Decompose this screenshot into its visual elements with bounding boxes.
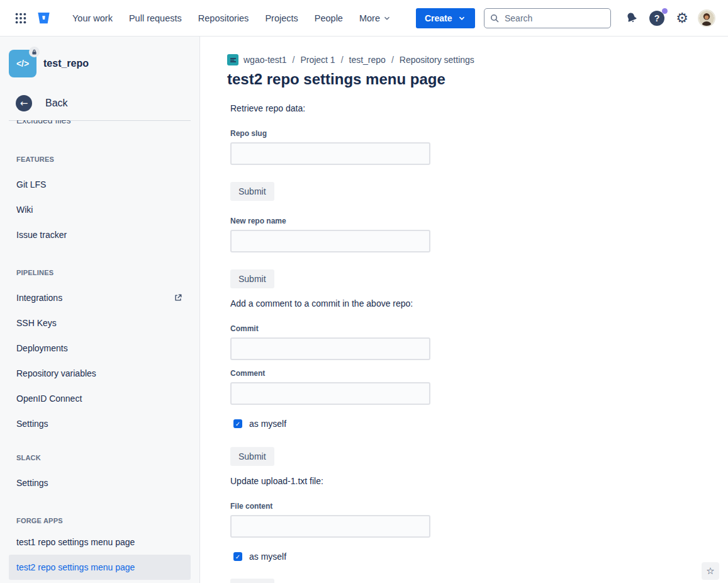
sidebar-item-ssh-keys[interactable]: SSH Keys [9, 310, 191, 336]
checkbox-checked-icon[interactable]: ✓ [233, 552, 242, 561]
breadcrumb-repo[interactable]: test_repo [349, 55, 386, 65]
help-button[interactable]: ? [647, 9, 666, 28]
file-content-submit-button[interactable]: Submit [230, 579, 274, 583]
chevron-down-icon [457, 14, 466, 23]
nav-your-work[interactable]: Your work [64, 9, 121, 27]
chevron-down-icon [383, 14, 391, 23]
sidebar-item-label: OpenID Connect [16, 393, 82, 404]
favorite-star-button[interactable]: ☆ [702, 562, 719, 580]
page-title: test2 repo settings menu page [227, 70, 703, 89]
topbar-action-icons: ? ⚙ [616, 9, 715, 28]
nav-projects[interactable]: Projects [257, 9, 306, 27]
main-content: wgao-test1 / Project 1 / test_repo / Rep… [201, 37, 728, 583]
update-file-intro-text: Update upload-1.txt file: [230, 475, 703, 487]
app-switcher-icon[interactable] [11, 9, 30, 28]
as-myself-checkbox-row[interactable]: ✓ as myself [233, 419, 703, 429]
commit-input[interactable] [230, 337, 430, 360]
breadcrumb-separator: / [292, 55, 294, 65]
sidebar-item-excluded-files[interactable]: Excluded files [9, 120, 191, 127]
sidebar-item-openid-connect[interactable]: OpenID Connect [9, 386, 191, 411]
sidebar-item-label: test1 repo settings menu page [16, 537, 135, 547]
breadcrumb-repository-settings[interactable]: Repository settings [400, 55, 474, 65]
sidebar-item-label: Deployments [16, 343, 68, 353]
star-icon: ☆ [706, 567, 714, 576]
back-label: Back [45, 98, 68, 109]
sidebar-item-label: Settings [16, 478, 48, 488]
sidebar-item-label: SSH Keys [16, 318, 57, 328]
as-myself-label: as myself [249, 552, 286, 562]
breadcrumb-project[interactable]: Project 1 [300, 55, 335, 65]
sidebar-item-integrations[interactable]: Integrations [9, 285, 191, 310]
back-arrow-icon: ← [16, 95, 32, 111]
search-input[interactable] [484, 8, 611, 28]
nav-people[interactable]: People [306, 9, 351, 27]
comment-input[interactable] [230, 382, 430, 405]
notifications-bell-icon[interactable] [622, 9, 641, 28]
sidebar-item-slack-settings[interactable]: Settings [9, 470, 191, 495]
nav-pull-requests[interactable]: Pull requests [121, 9, 190, 27]
repo-avatar: </> [9, 50, 36, 77]
checkbox-checked-icon[interactable]: ✓ [233, 419, 242, 428]
sidebar-item-label: Wiki [16, 205, 33, 215]
breadcrumb-workspace[interactable]: wgao-test1 [244, 55, 286, 65]
create-button-label: Create [425, 13, 452, 23]
sidebar-item-label: test2 repo settings menu page [16, 562, 135, 572]
notification-dot [662, 8, 668, 14]
sidebar-nav: FEATURES Git LFS Wiki Issue tracker PIPE… [0, 156, 199, 580]
breadcrumb: wgao-test1 / Project 1 / test_repo / Rep… [227, 54, 703, 66]
sidebar-item-wiki[interactable]: Wiki [9, 197, 191, 222]
sidebar-item-test1-repo-settings[interactable]: test1 repo settings menu page [9, 529, 191, 555]
sidebar-item-label: Integrations [16, 293, 62, 303]
repo-slug-input[interactable] [230, 142, 430, 165]
lock-icon [29, 47, 40, 57]
create-button[interactable]: Create [416, 8, 475, 28]
nav-repositories[interactable]: Repositories [190, 9, 257, 27]
new-repo-name-label: New repo name [230, 217, 703, 225]
primary-nav: Your work Pull requests Repositories Pro… [64, 9, 400, 27]
sidebar-item-pipelines-settings[interactable]: Settings [9, 411, 191, 436]
comment-label: Comment [230, 369, 703, 378]
code-icon: </> [16, 59, 29, 69]
section-heading-pipelines: PIPELINES [0, 269, 199, 276]
section-heading-features: FEATURES [0, 156, 199, 163]
breadcrumb-separator: / [341, 55, 344, 65]
settings-gear-icon[interactable]: ⚙ [673, 9, 692, 28]
repo-slug-submit-button[interactable]: Submit [230, 182, 274, 201]
as-myself-label: as myself [249, 419, 286, 429]
section-heading-forge-apps: FORGE APPS [0, 517, 199, 524]
repo-name: test_repo [43, 58, 89, 69]
add-comment-intro-text: Add a comment to a commit in the above r… [230, 298, 703, 309]
sidebar-item-repository-variables[interactable]: Repository variables [9, 361, 191, 386]
new-repo-name-submit-button[interactable]: Submit [230, 269, 274, 288]
as-myself-checkbox-row[interactable]: ✓ as myself [233, 552, 703, 562]
repo-sidebar: </> test_repo ← Back Excluded files FEAT… [0, 37, 200, 583]
top-navigation-bar: Your work Pull requests Repositories Pro… [0, 0, 728, 37]
section-heading-slack: SLACK [0, 454, 199, 461]
breadcrumb-separator: / [391, 55, 394, 65]
profile-avatar[interactable] [698, 9, 715, 27]
search-box [484, 8, 611, 28]
external-link-icon [174, 293, 182, 302]
workspace-avatar-icon [227, 54, 238, 65]
sidebar-item-label: Excluded files [16, 120, 70, 125]
nav-more-label: More [359, 13, 380, 23]
bitbucket-logo-icon[interactable] [34, 9, 53, 28]
comment-submit-button[interactable]: Submit [230, 447, 274, 466]
sidebar-item-git-lfs[interactable]: Git LFS [9, 172, 191, 197]
file-content-input[interactable] [230, 515, 430, 538]
back-button[interactable]: ← Back [16, 95, 199, 111]
nav-more[interactable]: More [351, 9, 400, 27]
sidebar-item-deployments[interactable]: Deployments [9, 336, 191, 361]
retrieve-repo-intro-text: Retrieve repo data: [230, 103, 703, 114]
sidebar-item-label: Repository variables [16, 368, 96, 378]
sidebar-item-test2-repo-settings[interactable]: test2 repo settings menu page [9, 555, 191, 580]
search-icon [490, 13, 500, 23]
repo-slug-label: Repo slug [230, 129, 703, 138]
sidebar-item-label: Git LFS [16, 179, 46, 190]
sidebar-item-issue-tracker[interactable]: Issue tracker [9, 222, 191, 247]
repo-header: </> test_repo [0, 37, 199, 77]
file-content-label: File content [230, 502, 703, 511]
new-repo-name-input[interactable] [230, 230, 430, 252]
commit-label: Commit [230, 324, 703, 333]
sidebar-item-label: Settings [16, 419, 48, 429]
